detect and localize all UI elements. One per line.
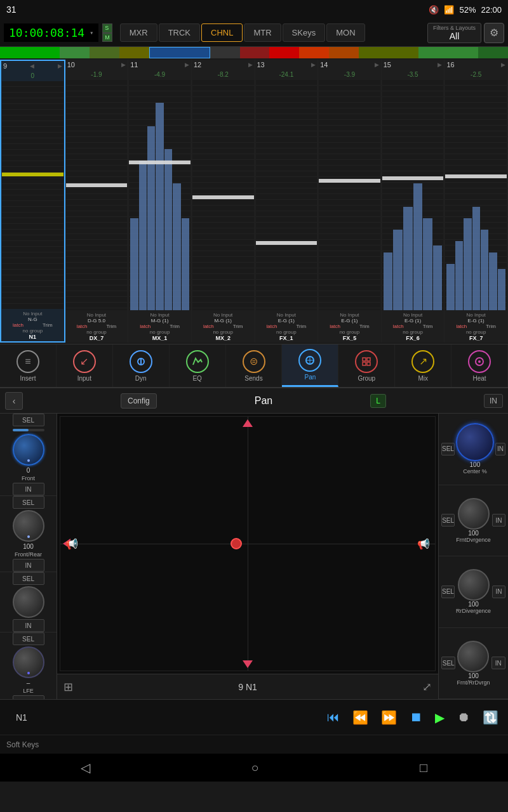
sel-empty-button[interactable]: SEL (13, 572, 44, 585)
back-button[interactable]: ◁ (81, 760, 90, 775)
tab-mxr[interactable]: MXR (120, 23, 157, 42)
ch14-latch[interactable]: latch (330, 324, 340, 329)
nav-btn-dyn[interactable]: Dyn (113, 344, 170, 387)
sel-front-button[interactable]: SEL (13, 414, 44, 426)
channel-strip-16[interactable]: 16 ▶ -2.5 No Input E-G (1) (444, 60, 508, 343)
ch9-latch[interactable]: latch (13, 322, 23, 328)
record-button[interactable]: ⏺ (457, 710, 470, 724)
ch10-trim[interactable]: Trim (107, 324, 117, 329)
pan-back-button[interactable]: ‹ (5, 392, 23, 410)
ch10-handle[interactable] (66, 183, 128, 187)
ch10-fader[interactable] (66, 80, 128, 310)
ch13-latch[interactable]: latch (267, 324, 277, 329)
sel-frntdvr-button[interactable]: SEL (441, 514, 455, 527)
ch12-trim[interactable]: Trim (233, 324, 243, 329)
tab-chnl[interactable]: CHNL (201, 23, 243, 42)
in-center-button[interactable]: IN (495, 443, 505, 455)
sel-rrdiv-button[interactable]: SEL (441, 586, 455, 598)
ch9-trim[interactable]: Trim (43, 322, 53, 328)
ch15-fader[interactable] (382, 80, 444, 310)
loop-button[interactable]: 🔃 (483, 710, 498, 725)
tab-skeys[interactable]: SKeys (283, 23, 326, 42)
l-badge[interactable]: L (370, 394, 386, 408)
ch13-handle[interactable] (256, 241, 318, 245)
ch15-trim[interactable]: Trim (423, 324, 433, 329)
recent-button[interactable]: □ (420, 761, 427, 775)
in-front-button[interactable]: IN (13, 483, 44, 495)
in-empty-button[interactable]: IN (13, 619, 44, 632)
empty-knob[interactable] (13, 586, 44, 618)
ch13-trim[interactable]: Trim (296, 324, 306, 329)
in-lfe-button[interactable]: IN (13, 695, 44, 699)
tab-trck[interactable]: TRCK (159, 23, 200, 42)
rewind-start-button[interactable]: ⏮ (327, 710, 340, 724)
ch16-trim[interactable]: Trim (486, 324, 496, 329)
ch16-fader[interactable] (445, 80, 507, 310)
front-slider[interactable] (13, 429, 44, 431)
stop-button[interactable]: ⏹ (410, 710, 422, 724)
in-frrrdvr-button[interactable]: IN (491, 657, 505, 669)
rewind-button[interactable]: ⏪ (352, 710, 368, 725)
rrdiv-knob[interactable] (458, 569, 490, 601)
gear-button[interactable]: ⚙ (484, 23, 504, 43)
ch15-handle[interactable] (382, 176, 444, 180)
ch12-handle[interactable] (192, 195, 254, 199)
tab-mon[interactable]: MON (326, 23, 364, 42)
nav-btn-pan[interactable]: Pan (282, 344, 338, 387)
ch9-fader[interactable] (2, 81, 64, 309)
nav-btn-input[interactable]: ↙ Input (57, 344, 113, 387)
pan-dot[interactable] (231, 538, 242, 549)
nav-btn-heat[interactable]: Heat (451, 344, 508, 387)
ch16-handle[interactable] (445, 174, 507, 178)
in-frntdvr-button[interactable]: IN (492, 514, 505, 527)
grid-view-button[interactable]: ⊞ (64, 680, 73, 694)
ch14-trim[interactable]: Trim (359, 324, 370, 329)
sel-lfe-button[interactable]: SEL (13, 632, 44, 645)
channel-strip-14[interactable]: 14 ▶ -3.9 No Input E-G (1) latch Trim no… (318, 60, 382, 343)
channel-strip-9[interactable]: 9 ◀ ▶ 0 No Input N-G latch Trim no group… (0, 60, 65, 343)
ch11-latch[interactable]: latch (140, 324, 150, 329)
expand-button[interactable]: ⤢ (422, 680, 432, 694)
ch14-handle[interactable] (319, 179, 380, 183)
play-button[interactable]: ▶ (435, 710, 444, 725)
front-knob[interactable] (13, 434, 44, 466)
in-badge[interactable]: IN (484, 394, 503, 408)
config-button[interactable]: Config (121, 393, 157, 409)
frontrear-knob[interactable] (13, 510, 44, 542)
nav-btn-eq[interactable]: EQ (170, 344, 226, 387)
ch11-fader[interactable] (129, 80, 190, 310)
filters-button[interactable]: Filters & Layouts All (427, 23, 481, 43)
sel-frrrdvr-button[interactable]: SEL (441, 657, 455, 669)
nav-btn-mix[interactable]: ↗ Mix (395, 344, 451, 387)
lfe-knob[interactable] (13, 646, 44, 678)
ch11-trim[interactable]: Trim (170, 324, 180, 329)
ch11-handle[interactable] (129, 160, 190, 164)
timecode-display[interactable]: 10:00:08:14 ▾ (4, 23, 98, 42)
pan-grid[interactable]: 📢 📢 (60, 416, 436, 671)
ch10-latch[interactable]: latch (77, 324, 88, 329)
in-rrdiv-button[interactable]: IN (492, 586, 505, 598)
frrrdvr-knob[interactable] (457, 641, 489, 672)
ch9-fader-handle[interactable] (2, 173, 64, 176)
ch12-fader[interactable] (192, 80, 254, 310)
ch15-latch[interactable]: latch (393, 324, 404, 329)
center-knob[interactable] (456, 423, 494, 461)
channel-strip-15[interactable]: 15 ▶ -3.5 No Input E-G (1) latch (382, 60, 445, 343)
ch14-fader[interactable] (319, 80, 380, 310)
tab-mtr[interactable]: MTR (244, 23, 281, 42)
nav-btn-group[interactable]: Group (338, 344, 395, 387)
channel-strip-10[interactable]: 10 ▶ -1.9 No Input D-G 5.0 latch Trim no… (65, 60, 129, 343)
sel-frontrear-button[interactable]: SEL (13, 496, 44, 509)
home-button[interactable]: ○ (251, 761, 258, 775)
channel-strip-11[interactable]: 11 ▶ -4.9 No Input M-G (1) (128, 60, 192, 343)
nav-btn-sends[interactable]: ⊜ Sends (226, 344, 283, 387)
ch16-latch[interactable]: latch (456, 324, 467, 329)
nav-btn-insert[interactable]: ≡ Insert (0, 344, 57, 387)
ch12-latch[interactable]: latch (203, 324, 214, 329)
channel-strip-12[interactable]: 12 ▶ -8.2 No Input M-G (1) latch Trim no… (192, 60, 255, 343)
ch13-fader[interactable] (256, 80, 318, 310)
frntdvr-knob[interactable] (458, 498, 490, 530)
sel-center-button[interactable]: SEL (441, 443, 455, 455)
in-frontrear-button[interactable]: IN (13, 559, 44, 572)
fast-forward-button[interactable]: ⏩ (381, 710, 397, 725)
